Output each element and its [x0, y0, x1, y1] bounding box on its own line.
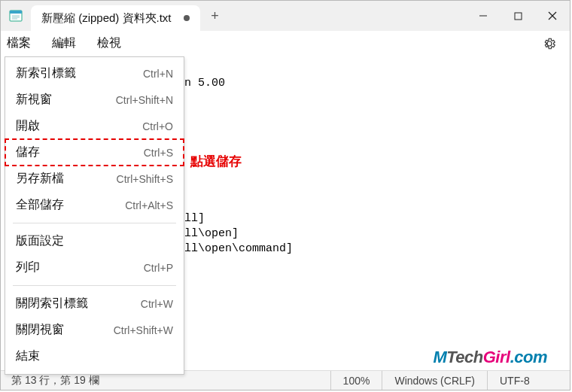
app-icon [1, 1, 31, 31]
menubar: 檔案 編輯 檢視 [1, 31, 570, 56]
menu-item-label: 全部儲存 [16, 197, 125, 213]
document-tab[interactable]: 新壓縮 (zipped) 資料夾.txt [31, 5, 200, 31]
callout-annotation: 點選儲存 [190, 153, 242, 170]
minimize-icon [479, 11, 488, 20]
menu-page-setup[interactable]: 版面設定 [5, 228, 184, 254]
plus-icon: + [211, 8, 219, 24]
menu-item-label: 另存新檔 [16, 171, 117, 187]
menu-view[interactable]: 檢視 [97, 35, 121, 51]
menu-item-label: 關閉視窗 [16, 322, 114, 338]
status-zoom[interactable]: 100% [330, 371, 382, 390]
tab-title: 新壓縮 (zipped) 資料夾.txt [41, 11, 172, 26]
menu-item-shortcut: Ctrl+O [142, 120, 173, 132]
menu-separator [13, 223, 176, 223]
menu-item-label: 關閉索引標籤 [16, 296, 141, 311]
maximize-icon [514, 12, 522, 20]
menu-item-label: 版面設定 [16, 233, 173, 249]
watermark-part: Girl [483, 348, 510, 366]
watermark-logo: MTechGirl.com [433, 348, 547, 367]
svg-rect-1 [10, 11, 22, 14]
menu-edit[interactable]: 編輯 [52, 35, 76, 51]
menu-item-label: 列印 [16, 260, 144, 275]
menu-item-shortcut: Ctrl+Alt+S [125, 199, 173, 211]
menu-new-tab[interactable]: 新索引標籤 Ctrl+N [5, 60, 184, 87]
menu-item-shortcut: Ctrl+W [141, 298, 173, 310]
menu-item-shortcut: Ctrl+Shift+W [114, 324, 173, 336]
menu-item-shortcut: Ctrl+Shift+S [117, 173, 173, 185]
editor-line: ll\open\command] [184, 242, 293, 255]
menu-file[interactable]: 檔案 [7, 35, 31, 51]
menu-exit[interactable]: 結束 [5, 343, 184, 369]
watermark-part: M [433, 348, 446, 366]
menu-save-all[interactable]: 全部儲存 Ctrl+Alt+S [5, 192, 184, 218]
menu-print[interactable]: 列印 Ctrl+P [5, 254, 184, 281]
menu-save[interactable]: 儲存 Ctrl+S [5, 139, 184, 166]
menu-open[interactable]: 開啟 Ctrl+O [5, 113, 184, 139]
menu-item-label: 新索引標籤 [16, 65, 143, 81]
menu-item-label: 結束 [16, 348, 173, 364]
menubar-items: 檔案 編輯 檢視 [7, 35, 121, 51]
watermark-part: .com [510, 348, 547, 366]
menu-item-shortcut: Ctrl+N [143, 68, 173, 80]
titlebar: 新壓縮 (zipped) 資料夾.txt + [1, 1, 570, 31]
watermark-part: Tech [446, 348, 483, 366]
maximize-button[interactable] [500, 1, 535, 31]
new-tab-button[interactable]: + [200, 1, 230, 31]
editor-line: ll] [184, 212, 205, 225]
menu-item-label: 新視窗 [16, 92, 116, 108]
editor-line: ll\open] [184, 227, 239, 240]
menu-item-label: 開啟 [16, 118, 142, 134]
svg-rect-6 [515, 13, 522, 20]
gear-icon [543, 37, 556, 50]
titlebar-spacer [230, 1, 466, 31]
status-line-ending: Windows (CRLF) [382, 371, 487, 390]
file-menu-dropdown: 新索引標籤 Ctrl+N 新視窗 Ctrl+Shift+N 開啟 Ctrl+O … [5, 56, 184, 375]
menu-item-shortcut: Ctrl+Shift+N [116, 94, 173, 106]
status-encoding: UTF-8 [487, 371, 570, 390]
minimize-button[interactable] [466, 1, 500, 31]
window-controls [466, 1, 570, 31]
close-button[interactable] [535, 1, 570, 31]
menu-item-shortcut: Ctrl+S [144, 147, 173, 159]
app-window: 新壓縮 (zipped) 資料夾.txt + 檔案 編輯 檢視 [0, 0, 570, 390]
close-icon [548, 11, 557, 20]
menu-close-tab[interactable]: 關閉索引標籤 Ctrl+W [5, 290, 184, 317]
settings-button[interactable] [543, 37, 556, 50]
editor-line: n 5.00 [184, 77, 225, 90]
menu-item-shortcut: Ctrl+P [144, 262, 173, 274]
menu-new-window[interactable]: 新視窗 Ctrl+Shift+N [5, 87, 184, 113]
menu-separator [13, 285, 176, 286]
menu-save-as[interactable]: 另存新檔 Ctrl+Shift+S [5, 166, 184, 192]
notepad-icon [9, 9, 23, 23]
menu-close-window[interactable]: 關閉視窗 Ctrl+Shift+W [5, 317, 184, 343]
unsaved-indicator-icon [184, 15, 190, 21]
menu-item-label: 儲存 [16, 144, 144, 160]
